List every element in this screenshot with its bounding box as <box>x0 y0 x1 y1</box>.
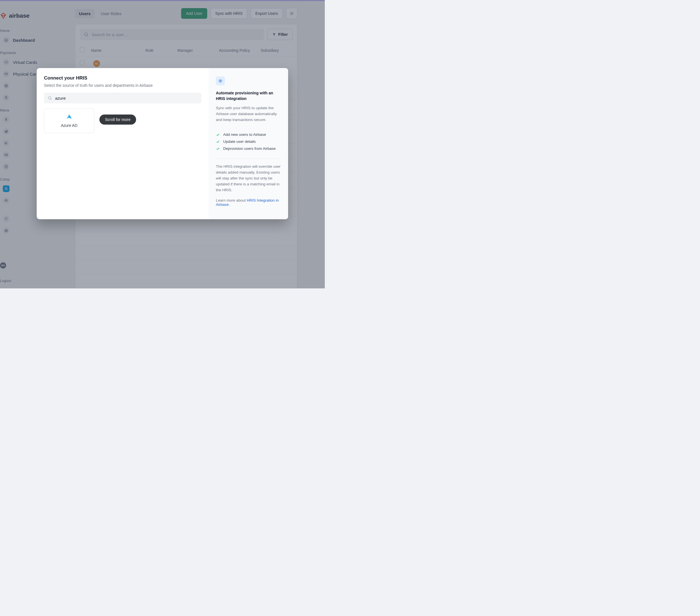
check-icon <box>216 147 220 151</box>
search-icon <box>48 96 52 100</box>
modal-title: Connect your HRIS <box>44 75 201 81</box>
info-desc: Sync with your HRIS to update the Airbas… <box>216 105 281 123</box>
check-icon <box>216 133 220 137</box>
info-title: Automate provisioning with an HRIS integ… <box>216 90 281 101</box>
info-learn: Learn more about HRIS Integration in Air… <box>216 198 281 206</box>
svg-point-19 <box>220 80 221 82</box>
info-note: The HRIS integration will override user … <box>216 164 281 193</box>
benefit-item: Deprovision users from Airbase <box>216 147 281 151</box>
connect-hris-modal: Connect your HRIS Select the source of t… <box>37 68 288 219</box>
gear-info-icon <box>216 76 225 85</box>
svg-point-18 <box>48 97 51 99</box>
hris-card-label: Azure AD <box>61 123 77 128</box>
hris-search-input[interactable] <box>44 93 201 103</box>
scroll-hint-tooltip: Scroll for more <box>99 114 136 125</box>
benefit-item: Update user details <box>216 139 281 143</box>
azure-logo-icon <box>66 114 73 121</box>
benefit-item: Add new users to Airbase <box>216 133 281 137</box>
hris-card-azure-ad[interactable]: Azure AD <box>44 108 95 133</box>
check-icon <box>216 140 220 143</box>
modal-subtitle: Select the source of truth for users and… <box>44 83 201 88</box>
